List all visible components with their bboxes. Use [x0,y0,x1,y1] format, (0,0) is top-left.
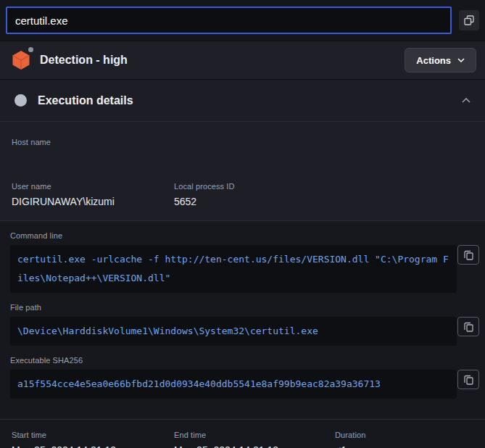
process-id-label: Local process ID [174,182,473,191]
start-time-value: Mar. 25, 2024 14:21:12 [12,444,174,448]
open-flyout-button[interactable] [459,10,479,30]
process-node-icon [14,94,27,107]
user-name-label: User name [12,182,174,191]
status-dot [28,47,33,52]
execution-details-header: Execution details [0,80,485,122]
section-title: Execution details [38,94,447,107]
process-id-value: 5652 [174,196,473,207]
chevron-up-icon [462,98,471,103]
sha256-value: a15f554cce4e5ea0e66bfbd21d0d0934e40ddb55… [10,370,457,399]
duration-label: Duration [335,431,473,439]
command-line-field: Command line certutil.exe -urlcache -f h… [0,221,485,293]
copy-sha256-button[interactable] [457,370,479,389]
copy-icon [464,375,473,385]
collapse-section-button[interactable] [457,95,475,106]
duration-value: <1s [335,444,473,448]
file-path-label: File path [10,303,479,312]
user-name-field: User name DIGIRUNAWAY\kizumi [12,182,174,207]
command-line-value: certutil.exe -urlcache -f http://ten-cen… [10,245,457,293]
detection-header: Detection - high Actions [0,41,485,80]
sha256-field: Executable SHA256 a15f554cce4e5ea0e66bfb… [0,346,485,399]
flyout-icon [464,15,474,25]
endpoint-severity-icon [12,50,30,70]
file-path-value: \Device\HarddiskVolume1\Windows\System32… [10,317,457,346]
topbar [0,0,485,41]
end-time-field: End time Mar. 25, 2024 14:21:13 [174,431,335,448]
host-name-field: Host name [12,138,473,165]
detection-title: Detection - high [40,54,128,67]
sha256-label: Executable SHA256 [10,356,479,365]
end-time-label: End time [174,431,335,439]
host-name-label: Host name [12,138,473,146]
chevron-down-icon [457,58,465,62]
copy-icon [464,322,473,332]
timing-fields: Start time Mar. 25, 2024 14:21:12 End ti… [0,420,485,448]
process-summary-fields: Host name User name DIGIRUNAWAY\kizumi L… [0,122,485,221]
host-name-value [12,152,473,165]
command-line-label: Command line [10,231,479,240]
process-id-field: Local process ID 5652 [174,182,473,207]
duration-field: Duration <1s [335,431,473,448]
start-time-label: Start time [12,431,174,439]
copy-file-path-button[interactable] [457,317,479,336]
end-time-value: Mar. 25, 2024 14:21:13 [174,444,335,448]
start-time-field: Start time Mar. 25, 2024 14:21:12 [12,431,174,448]
file-path-field: File path \Device\HarddiskVolume1\Window… [0,293,485,346]
copy-command-line-button[interactable] [457,245,479,265]
process-title-input[interactable] [6,7,452,34]
actions-button-label: Actions [416,55,451,66]
actions-button[interactable]: Actions [405,48,476,72]
copy-icon [464,250,473,260]
user-name-value: DIGIRUNAWAY\kizumi [12,196,174,207]
